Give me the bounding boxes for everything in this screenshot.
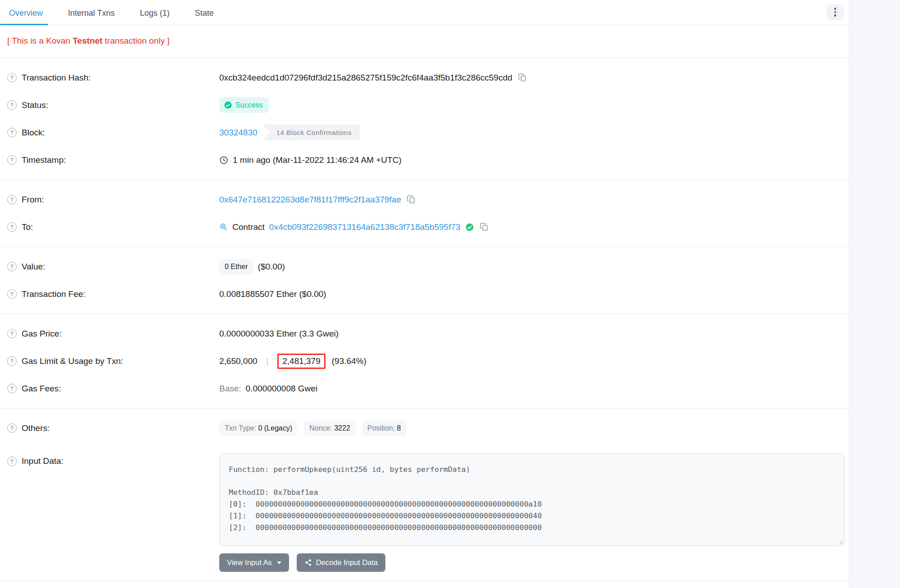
resize-handle[interactable] — [837, 539, 843, 544]
section-gas: ? Gas Price: 0.0000000033 Ether (3.3 Gwe… — [0, 314, 849, 408]
gas-price-value: 0.0000000033 Ether (3.3 Gwei) — [219, 329, 339, 339]
section-overview-top: ? Transaction Hash: 0xcb324eedcd1d07296f… — [0, 58, 849, 180]
from-address-link[interactable]: 0x647e7168122263d8e7f81f17fff9c2f1aa379f… — [219, 195, 401, 205]
copy-icon — [407, 195, 416, 204]
gas-limit-label: Gas Limit & Usage by Txn: — [22, 356, 123, 366]
input-data-box[interactable]: Function: performUpkeep(uint256 id, byte… — [219, 453, 845, 546]
timestamp-value: 1 min ago (Mar-11-2022 11:46:24 AM +UTC) — [233, 155, 402, 165]
txn-type-badge: Txn Type: 0 (Legacy) — [219, 421, 298, 436]
row-status: ? Status: Success — [0, 91, 849, 119]
row-label: ? Gas Price: — [7, 329, 219, 339]
section-others-input: ? Others: Txn Type: 0 (Legacy) Nonce: 32… — [0, 408, 849, 581]
row-label: ? Value: — [7, 262, 219, 272]
copy-to-address-button[interactable] — [479, 222, 490, 232]
help-icon[interactable]: ? — [7, 195, 17, 204]
txn-type-label: Txn Type: — [225, 424, 256, 432]
to-address-link[interactable]: 0x4cb093f226983713164a62138c3f718a5b595f… — [269, 222, 461, 232]
row-label: ? Others: — [7, 423, 219, 433]
to-contract-prefix: Contract — [232, 222, 265, 232]
copy-icon — [479, 222, 489, 232]
gas-limit-value: 2,650,000 — [219, 356, 258, 366]
input-data-actions: View Input As Decode Input Data — [219, 553, 849, 572]
chevron-down-icon — [277, 561, 281, 564]
row-from: ? From: 0x647e7168122263d8e7f81f17fff9c2… — [0, 186, 849, 213]
nonce-value: 3222 — [334, 424, 350, 432]
help-icon[interactable]: ? — [7, 329, 17, 338]
row-value: ? Value: 0 Ether ($0.00) — [0, 253, 849, 280]
block-number-link[interactable]: 30324830 — [219, 128, 258, 138]
tab-label: State — [195, 9, 214, 18]
view-input-as-button[interactable]: View Input As — [219, 553, 289, 572]
row-gas-limit-usage: ? Gas Limit & Usage by Txn: 2,650,000 | … — [0, 347, 849, 375]
help-icon[interactable]: ? — [7, 262, 17, 271]
txn-type-value: 0 (Legacy) — [258, 424, 292, 432]
notice-bold: Testnet — [72, 36, 102, 45]
view-input-as-label: View Input As — [227, 558, 272, 567]
help-icon[interactable]: ? — [7, 128, 17, 137]
others-label: Others: — [22, 423, 50, 433]
help-icon[interactable]: ? — [7, 73, 17, 82]
gas-limit-separator: | — [267, 356, 269, 366]
help-icon[interactable]: ? — [7, 100, 17, 110]
row-transaction-hash: ? Transaction Hash: 0xcb324eedcd1d07296f… — [0, 64, 849, 91]
decode-input-data-label: Decode Input Data — [316, 558, 378, 567]
notice-prefix: [ This is a Kovan — [7, 36, 72, 45]
position-label: Position: — [367, 424, 395, 432]
row-label: ? Block: — [7, 128, 219, 138]
help-icon[interactable]: ? — [7, 289, 17, 299]
value-amount-badge: 0 Ether — [219, 259, 253, 274]
help-icon[interactable]: ? — [7, 155, 17, 165]
row-label: ? From: — [7, 195, 219, 205]
status-badge: Success — [219, 97, 269, 113]
tab-internal-txns[interactable]: Internal Txns — [67, 1, 116, 25]
copy-from-address-button[interactable] — [406, 195, 417, 204]
position-badge: Position: 8 — [362, 421, 407, 436]
row-label: ? Transaction Fee: — [7, 289, 219, 299]
transaction-hash-label: Transaction Hash: — [22, 73, 90, 83]
kebab-menu-icon — [834, 8, 837, 17]
row-label: ? Gas Limit & Usage by Txn: — [7, 356, 219, 366]
from-label: From: — [22, 195, 44, 205]
row-label: ? Transaction Hash: — [7, 73, 219, 83]
decode-input-data-button[interactable]: Decode Input Data — [297, 553, 386, 572]
more-options-button[interactable] — [827, 4, 844, 20]
row-input-data: ? Input Data: Function: performUpkeep(ui… — [0, 447, 849, 546]
row-label: ? Gas Fees: — [7, 384, 219, 394]
testnet-notice: [ This is a Kovan Testnet transaction on… — [0, 25, 849, 58]
transaction-details-card: Overview Internal Txns Logs (1) State [ … — [0, 0, 850, 588]
row-label: ? Timestamp: — [7, 155, 219, 165]
help-icon[interactable]: ? — [7, 222, 17, 232]
check-circle-icon — [224, 101, 232, 109]
row-gas-price: ? Gas Price: 0.0000000033 Ether (3.3 Gwe… — [0, 320, 849, 347]
tab-label: Logs (1) — [140, 9, 170, 18]
block-label: Block: — [22, 128, 45, 138]
verified-check-icon — [465, 223, 474, 232]
transaction-fee-label: Transaction Fee: — [22, 289, 86, 299]
zoom-in-icon[interactable] — [219, 223, 228, 231]
help-icon[interactable]: ? — [7, 457, 17, 466]
value-usd: ($0.00) — [258, 262, 285, 272]
transaction-hash-value: 0xcb324eedcd1d07296fdf3d215a2865275f159c… — [219, 73, 512, 83]
input-data-content: Function: performUpkeep(uint256 id, byte… — [229, 464, 835, 533]
tab-overview[interactable]: Overview — [8, 1, 44, 25]
row-transaction-fee: ? Transaction Fee: 0.0081885507 Ether ($… — [0, 280, 849, 308]
decode-icon — [304, 559, 312, 566]
nonce-label: Nonce: — [309, 424, 332, 432]
gas-price-label: Gas Price: — [22, 329, 62, 339]
value-label: Value: — [22, 262, 45, 272]
timestamp-label: Timestamp: — [22, 155, 66, 165]
row-block: ? Block: 30324830 14 Block Confirmations — [0, 119, 849, 146]
status-value: Success — [235, 101, 262, 109]
tab-label: Internal Txns — [68, 9, 115, 18]
clock-icon — [219, 156, 228, 165]
help-icon[interactable]: ? — [7, 384, 17, 393]
tab-bar: Overview Internal Txns Logs (1) State — [0, 0, 849, 25]
tab-state[interactable]: State — [194, 1, 215, 25]
tab-logs[interactable]: Logs (1) — [139, 1, 171, 25]
row-label: ? To: — [7, 222, 219, 232]
help-icon[interactable]: ? — [7, 356, 17, 366]
gas-fees-base-label: Base: — [219, 384, 241, 394]
status-label: Status: — [22, 100, 48, 110]
copy-hash-button[interactable] — [517, 73, 528, 82]
help-icon[interactable]: ? — [7, 423, 17, 433]
